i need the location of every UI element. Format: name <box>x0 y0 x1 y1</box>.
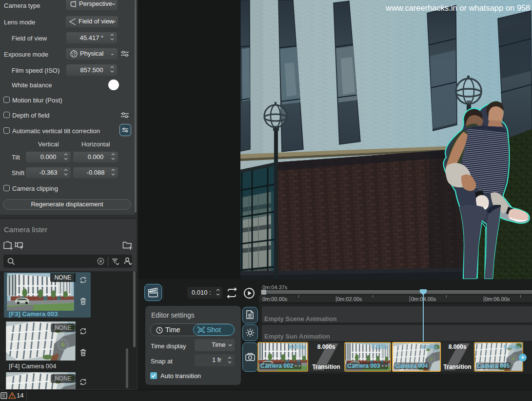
svg-text:www.careerhacks.in or whatsapp: www.careerhacks.in or whatsapp on 958 <box>385 3 530 12</box>
